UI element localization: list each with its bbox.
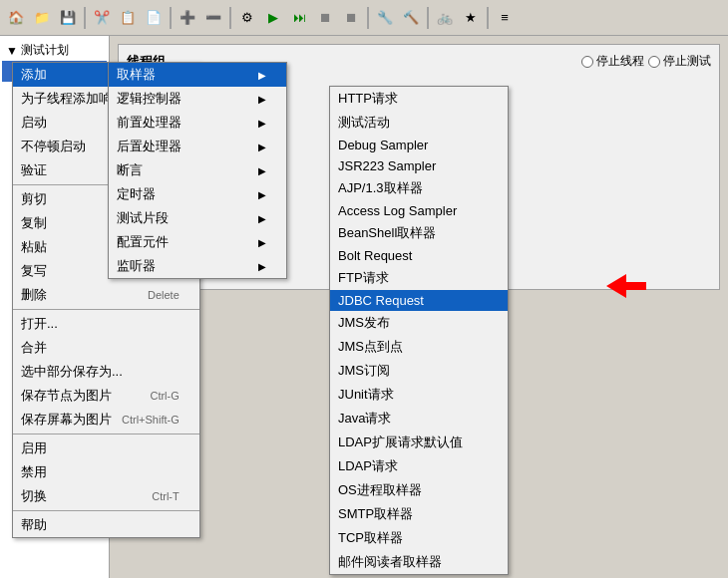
context-sep-2: [13, 309, 199, 310]
tree-root-label: 测试计划: [21, 42, 69, 59]
tree-expand-icon: ▼: [6, 44, 18, 58]
context-menu-item-savepng[interactable]: 保存节点为图片 Ctrl-G: [13, 384, 199, 408]
sampler-bolt[interactable]: Bolt Request: [330, 245, 508, 266]
submenu-add-item-pre[interactable]: 前置处理器 ▶: [109, 111, 286, 135]
home-icon[interactable]: 🏠: [4, 6, 28, 30]
submenu-add-item-testfrag[interactable]: 测试片段 ▶: [109, 206, 286, 230]
stop-thread-label: 停止线程: [596, 53, 644, 70]
ldapext-label: LDAP扩展请求默认值: [338, 434, 488, 451]
tool-icon[interactable]: 🔧: [373, 6, 397, 30]
savescreenpng-shortcut: Ctrl+Shift-G: [122, 414, 180, 426]
delete-label: 删除: [21, 286, 138, 304]
menu-icon[interactable]: ≡: [493, 6, 517, 30]
settings-icon[interactable]: ⚙: [235, 6, 259, 30]
merge-label: 合并: [21, 339, 180, 357]
sampler-ftp[interactable]: FTP请求: [330, 266, 508, 290]
timer-label: 定时器: [117, 185, 248, 203]
add-icon[interactable]: ➕: [176, 6, 199, 30]
context-menu-item-help[interactable]: 帮助: [13, 513, 199, 537]
tcp-label: TCP取样器: [338, 529, 488, 547]
paste-icon[interactable]: 📄: [142, 6, 166, 30]
build-icon[interactable]: 🔨: [399, 6, 423, 30]
sampler-beanshell[interactable]: BeanShell取样器: [330, 221, 508, 245]
logic-label: 逻辑控制器: [117, 90, 248, 108]
sampler-testaction[interactable]: 测试活动: [330, 111, 508, 135]
testfrag-arrow-icon: ▶: [258, 213, 266, 224]
sampler-os[interactable]: OS进程取样器: [330, 478, 508, 502]
ajp-label: AJP/1.3取样器: [338, 179, 488, 197]
sampler-http[interactable]: HTTP请求: [330, 87, 508, 111]
context-menu-item-saveas[interactable]: 选中部分保存为...: [13, 360, 199, 384]
sampler-ldap[interactable]: LDAP请求: [330, 454, 508, 478]
sampler-jmssub[interactable]: JMS订阅: [330, 359, 508, 383]
listener-label: 监听器: [117, 257, 248, 275]
submenu-add-item-config[interactable]: 配置元件 ▶: [109, 230, 286, 254]
open-icon[interactable]: 📁: [30, 6, 54, 30]
savepng-label: 保存节点为图片: [21, 387, 140, 405]
remove-icon[interactable]: ➖: [201, 6, 225, 30]
sampler-jmspoint[interactable]: JMS点到点: [330, 335, 508, 359]
context-menu-item-disable[interactable]: 禁用: [13, 460, 199, 484]
toolbar-separator-2: [170, 7, 172, 29]
copy-icon[interactable]: 📋: [116, 6, 140, 30]
sampler-junit[interactable]: JUnit请求: [330, 383, 508, 407]
tree-root[interactable]: ▼ 测试计划: [2, 40, 107, 61]
sampler-ajp[interactable]: AJP/1.3取样器: [330, 176, 508, 200]
sampler-jdbc[interactable]: JDBC Request: [330, 290, 508, 311]
config-arrow-icon: ▶: [258, 237, 266, 248]
play-icon[interactable]: ▶: [261, 6, 285, 30]
context-menu-item-delete[interactable]: 删除 Delete: [13, 283, 199, 307]
sampler-debug[interactable]: Debug Sampler: [330, 135, 508, 155]
toolbar: 🏠 📁 💾 ✂️ 📋 📄 ➕ ➖ ⚙ ▶ ⏭ ⏹ ⏹ 🔧 🔨 🚲 ★ ≡: [0, 0, 728, 36]
submenu-add-item-logic[interactable]: 逻辑控制器 ▶: [109, 87, 286, 111]
save-icon[interactable]: 💾: [56, 6, 80, 30]
mail-label: 邮件阅读者取样器: [338, 553, 488, 571]
stop-thread-radio[interactable]: [581, 56, 593, 68]
toolbar-separator-3: [229, 7, 231, 29]
cut-icon[interactable]: ✂️: [90, 6, 114, 30]
remote-icon[interactable]: 🚲: [433, 6, 457, 30]
submenu-add-item-sampler[interactable]: 取样器 ▶: [109, 63, 286, 87]
star-icon[interactable]: ★: [459, 6, 483, 30]
sampler-ldapext[interactable]: LDAP扩展请求默认值: [330, 431, 508, 454]
stop-test-label: 停止测试: [663, 53, 711, 70]
testaction-label: 测试活动: [338, 114, 488, 132]
pre-label: 前置处理器: [117, 114, 248, 132]
stop-test-btn[interactable]: 停止测试: [648, 53, 711, 70]
delete-shortcut: Delete: [148, 289, 180, 301]
submenu-add-item-post[interactable]: 后置处理器 ▶: [109, 135, 286, 158]
logic-arrow-icon: ▶: [258, 94, 266, 105]
sampler-jmspub[interactable]: JMS发布: [330, 311, 508, 335]
jdbc-label: JDBC Request: [338, 293, 488, 308]
listener-arrow-icon: ▶: [258, 261, 266, 272]
context-menu-item-enable[interactable]: 启用: [13, 436, 199, 460]
stop2-icon[interactable]: ⏹: [339, 6, 363, 30]
context-sep-3: [13, 434, 199, 434]
toggle-label: 切换: [21, 487, 142, 505]
context-menu-item-merge[interactable]: 合并: [13, 336, 199, 360]
sampler-smtp[interactable]: SMTP取样器: [330, 502, 508, 526]
play-no-pause-icon[interactable]: ⏭: [287, 6, 311, 30]
sampler-tcp[interactable]: TCP取样器: [330, 526, 508, 550]
debug-label: Debug Sampler: [338, 138, 488, 152]
context-menu-item-open[interactable]: 打开...: [13, 312, 199, 336]
pre-arrow-icon: ▶: [258, 118, 266, 129]
submenu-add-item-assert[interactable]: 断言 ▶: [109, 158, 286, 182]
bolt-label: Bolt Request: [338, 248, 488, 263]
sampler-java[interactable]: Java请求: [330, 407, 508, 431]
stop-test-radio[interactable]: [648, 56, 660, 68]
submenu-add-item-timer[interactable]: 定时器 ▶: [109, 182, 286, 206]
jmspub-label: JMS发布: [338, 314, 488, 332]
submenu-add-item-listener[interactable]: 监听器 ▶: [109, 254, 286, 278]
context-menu-item-savescreenpng[interactable]: 保存屏幕为图片 Ctrl+Shift-G: [13, 408, 199, 432]
sampler-accesslog[interactable]: Access Log Sampler: [330, 200, 508, 221]
stop-icon[interactable]: ⏹: [313, 6, 337, 30]
stop-thread-btn[interactable]: 停止线程: [581, 53, 644, 70]
context-menu-item-toggle[interactable]: 切换 Ctrl-T: [13, 484, 199, 508]
ldap-label: LDAP请求: [338, 457, 488, 475]
duplicate-label: 复写: [21, 262, 113, 280]
sampler-jsr223[interactable]: JSR223 Sampler: [330, 155, 508, 176]
testfrag-label: 测试片段: [117, 209, 248, 227]
sampler-mail[interactable]: 邮件阅读者取样器: [330, 550, 508, 574]
os-label: OS进程取样器: [338, 481, 488, 499]
